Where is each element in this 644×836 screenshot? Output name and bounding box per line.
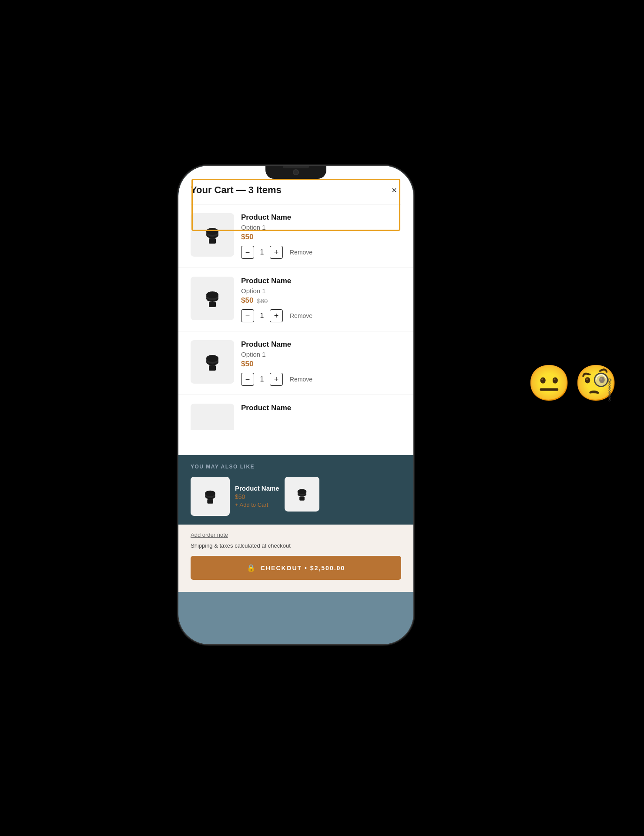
rec-add-to-cart-1[interactable]: + Add to Cart [235,502,279,508]
cart-item-3: Product Name Option 1 $50 − 1 + Remove [178,331,413,395]
qty-increase-1[interactable]: + [270,246,283,259]
item-price-2: $50 [241,296,253,305]
notch-speaker [283,166,309,168]
qty-increase-2[interactable]: + [270,309,283,322]
svg-point-3 [206,228,218,235]
svg-point-15 [205,491,215,496]
item-actions-1: − 1 + Remove [241,246,401,259]
qty-number-3: 1 [259,375,265,383]
remove-btn-3[interactable]: Remove [290,376,312,383]
phone-screen: Your Cart — 3 Items × [178,166,413,644]
qty-increase-3[interactable]: + [270,373,283,386]
order-note-link[interactable]: Add order note [191,532,401,538]
shipping-note: Shipping & taxes calculated at checkout [191,542,401,549]
cart-item-2: Product Name Option 1 $50 $60 − 1 + Remo… [178,268,413,331]
svg-rect-12 [207,499,213,504]
cart-title-text: Your Cart [191,184,234,195]
remove-btn-2[interactable]: Remove [290,312,312,319]
recommendations-section: YOU MAY ALSO LIKE Product Nam [178,455,413,525]
item-actions-2: − 1 + Remove [241,309,401,322]
phone-shell: Your Cart — 3 Items × [178,166,413,644]
item-image-4-partial [191,404,234,430]
svg-point-7 [206,291,218,298]
item-name-1: Product Name [241,213,401,222]
checkout-button[interactable]: 🔒 CHECKOUT • $2,500.00 [191,556,401,580]
close-button[interactable]: × [387,183,401,197]
rec-item-details-1: Product Name $50 + Add to Cart [235,485,279,508]
rec-items-list: Product Name $50 + Add to Cart [191,477,401,516]
rec-item-image-1 [191,477,230,516]
rec-knob-icon-1 [199,485,221,507]
rec-knob-icon-2 [292,485,312,504]
cart-items-list[interactable]: Product Name Option 1 $50 − 1 + Remove [178,204,413,455]
emoji-neutral: 😐 [527,363,571,404]
item-image-3 [191,340,234,384]
svg-rect-8 [209,365,216,371]
emoji-monocle: 🧐 [574,363,618,404]
item-image-1 [191,213,234,257]
cart-title: Your Cart — 3 Items [191,184,282,196]
svg-point-19 [297,489,306,494]
item-details-4-partial: Product Name [241,404,291,430]
svg-rect-4 [209,302,216,307]
qty-decrease-1[interactable]: − [241,246,254,259]
item-price-row-2: $50 $60 [241,296,401,305]
item-price-original-2: $60 [257,297,268,304]
checkout-btn-text: CHECKOUT • $2,500.00 [261,565,345,572]
item-details-1: Product Name Option 1 $50 − 1 + Remove [241,213,401,259]
rec-item-image-2 [285,477,319,512]
item-details-3: Product Name Option 1 $50 − 1 + Remove [241,340,401,386]
lock-icon: 🔒 [247,564,255,572]
cart-count-text: 3 Items [248,184,282,195]
product-knob-icon [199,222,225,248]
item-price-3: $50 [241,360,401,368]
item-details-2: Product Name Option 1 $50 $60 − 1 + Remo… [241,277,401,322]
cart-item-4-partial: Product Name [178,395,413,433]
product-knob-icon-2 [199,285,225,311]
svg-point-11 [206,355,218,362]
item-price-1: $50 [241,233,401,241]
item-name-3: Product Name [241,340,401,349]
rec-section-title: YOU MAY ALSO LIKE [191,464,401,470]
notch [265,166,326,179]
item-image-2 [191,277,234,320]
rec-item-1: Product Name $50 + Add to Cart [191,477,279,516]
notch-camera [293,169,299,175]
item-actions-3: − 1 + Remove [241,373,401,386]
svg-rect-16 [299,497,305,501]
item-option-1: Option 1 [241,224,401,231]
cart-modal: Your Cart — 3 Items × [178,166,413,592]
item-name-2: Product Name [241,277,401,285]
item-option-2: Option 1 [241,287,401,294]
qty-number-2: 1 [259,312,265,320]
svg-rect-0 [209,238,216,244]
emoji-decoration: 😐 🧐 [527,363,618,404]
cart-item-count: — [236,184,248,195]
product-knob-icon-3 [199,349,225,375]
cart-item: Product Name Option 1 $50 − 1 + Remove [178,204,413,268]
rec-item-price-1: $50 [235,493,279,500]
qty-decrease-3[interactable]: − [241,373,254,386]
rec-item-name-1: Product Name [235,485,279,492]
checkout-section: Add order note Shipping & taxes calculat… [178,525,413,592]
qty-number-1: 1 [259,248,265,256]
item-name-4: Product Name [241,404,291,412]
qty-decrease-2[interactable]: − [241,309,254,322]
item-option-3: Option 1 [241,351,401,358]
remove-btn-1[interactable]: Remove [290,249,312,256]
